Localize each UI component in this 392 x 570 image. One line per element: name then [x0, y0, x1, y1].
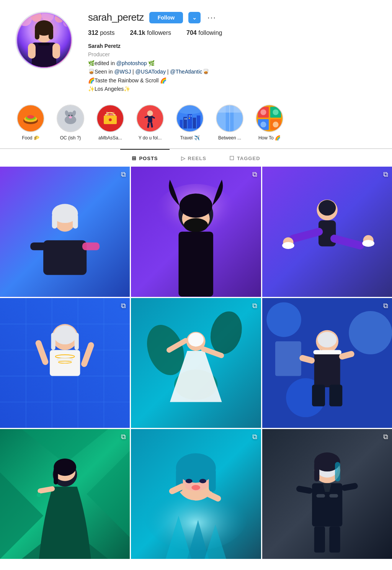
svg-rect-72 [82, 242, 100, 250]
story-label-food: Food 🌮 [22, 135, 39, 141]
svg-rect-49 [191, 116, 192, 117]
story-label-why: Y do u fol... [139, 135, 162, 141]
story-circle-food [17, 105, 44, 132]
svg-rect-13 [52, 43, 60, 59]
svg-point-159 [192, 485, 201, 490]
bio-title: Producer [88, 50, 377, 59]
stories-section: Food 🌮 OC (ish ?) [0, 101, 392, 148]
svg-rect-144 [54, 467, 58, 485]
photoshop-link[interactable]: @photoshop [116, 60, 147, 66]
more-options-button[interactable]: ··· [206, 13, 218, 22]
svg-rect-8 [35, 28, 39, 39]
svg-rect-133 [329, 385, 342, 406]
wsj-link[interactable]: @WSJ [114, 69, 131, 75]
story-why[interactable]: Y do u fol... [135, 105, 165, 141]
svg-point-26 [69, 116, 72, 119]
svg-rect-131 [313, 350, 341, 354]
story-circle-howto [256, 105, 283, 132]
svg-point-4 [55, 13, 64, 23]
svg-rect-75 [73, 214, 78, 229]
svg-point-103 [54, 325, 76, 344]
multi-post-icon-2: ⧉ [252, 170, 257, 179]
profile-section: sarah_peretz Follow ⌄ ··· 312 posts 24.1… [0, 0, 392, 101]
usatoday-link[interactable]: @USAToday [136, 69, 166, 75]
story-label-oc: OC (ish ?) [60, 135, 81, 141]
svg-rect-12 [28, 43, 36, 59]
svg-rect-104 [51, 332, 55, 350]
story-amb[interactable]: But can I make money aMbAsSa... [95, 105, 126, 141]
svg-point-127 [317, 332, 336, 347]
multi-post-icon-6: ⧉ [383, 302, 388, 310]
multi-post-icon-1: ⧉ [121, 170, 126, 179]
svg-point-65 [273, 122, 279, 128]
svg-rect-105 [75, 332, 79, 350]
bio-name: Sarah Peretz [88, 42, 377, 50]
svg-rect-171 [329, 527, 340, 553]
svg-point-122 [266, 302, 301, 337]
svg-rect-44 [193, 118, 196, 128]
post-7[interactable]: ⧉ [0, 429, 130, 559]
bio-line3: 🌈Taste the Rainbow & Scroll 🌈 [88, 76, 377, 85]
tab-posts-label: POSTS [139, 156, 158, 161]
tab-posts[interactable]: ⊞ POSTS [120, 149, 169, 167]
tab-reels[interactable]: ▷ REELS [170, 149, 218, 167]
svg-rect-48 [189, 116, 190, 117]
following-stat[interactable]: 704 following [186, 29, 222, 36]
post-3[interactable]: ⧉ [262, 167, 392, 296]
story-label-between: Between ... [218, 135, 241, 141]
story-travel[interactable]: Travel ✈️ [175, 105, 205, 141]
story-oc[interactable]: OC (ish ?) [55, 105, 86, 141]
tab-tagged[interactable]: ☐ TAGGED [218, 149, 272, 167]
posts-stat[interactable]: 312 posts [88, 29, 114, 36]
post-8[interactable]: ⧉ [131, 429, 261, 559]
post-6[interactable]: ⧉ [262, 298, 392, 428]
svg-rect-11 [38, 43, 50, 46]
story-between[interactable]: Between ... [214, 105, 245, 141]
bio-line4: ✨Los Angeles✨ [88, 85, 377, 93]
tab-reels-label: REELS [188, 156, 206, 161]
svg-point-80 [184, 218, 208, 232]
story-circle-travel [176, 105, 204, 132]
post-5[interactable]: ⧉ [131, 298, 261, 428]
followers-stat[interactable]: 24.1k followers [130, 29, 171, 36]
svg-point-18 [27, 115, 34, 119]
multi-post-icon-7: ⧉ [121, 433, 126, 441]
svg-rect-71 [30, 242, 47, 250]
post-2[interactable]: ⧉ [131, 167, 261, 296]
svg-rect-45 [197, 116, 200, 129]
follow-button[interactable]: Follow [149, 12, 183, 23]
atlantic-link[interactable]: @TheAtlantic [170, 69, 202, 75]
post-1[interactable]: ⧉ [0, 167, 130, 296]
svg-point-81 [180, 193, 212, 218]
svg-point-30 [109, 118, 112, 121]
svg-point-64 [260, 122, 266, 128]
svg-rect-156 [209, 468, 216, 492]
svg-point-25 [71, 115, 73, 116]
story-food[interactable]: Food 🌮 [15, 105, 46, 141]
svg-point-157 [186, 479, 193, 483]
username: sarah_peretz [88, 11, 144, 23]
avatar[interactable] [15, 11, 73, 69]
svg-rect-70 [43, 241, 87, 275]
svg-rect-167 [335, 462, 340, 482]
svg-rect-9 [49, 28, 53, 39]
story-circle-why [136, 105, 164, 132]
svg-rect-41 [180, 120, 183, 129]
svg-rect-166 [314, 462, 319, 482]
multi-post-icon-9: ⧉ [383, 433, 388, 441]
avatar-wrapper [15, 11, 73, 69]
multi-post-icon-5: ⧉ [252, 302, 257, 310]
post-4[interactable]: ⧉ [0, 298, 130, 428]
svg-point-85 [318, 200, 336, 216]
story-howto[interactable]: How To 🌈 [254, 105, 285, 141]
svg-point-5 [63, 19, 71, 27]
svg-rect-47 [186, 118, 187, 120]
reels-icon: ▷ [181, 155, 186, 161]
bio-line2: 🥃Seen in @WSJ | @USAToday | @TheAtlantic… [88, 67, 377, 76]
svg-point-91 [282, 242, 294, 249]
svg-point-24 [68, 115, 70, 116]
svg-point-123 [349, 311, 392, 354]
multi-post-icon-8: ⧉ [252, 433, 257, 441]
follow-dropdown-button[interactable]: ⌄ [188, 12, 201, 23]
post-9[interactable]: ⧉ [262, 429, 392, 559]
